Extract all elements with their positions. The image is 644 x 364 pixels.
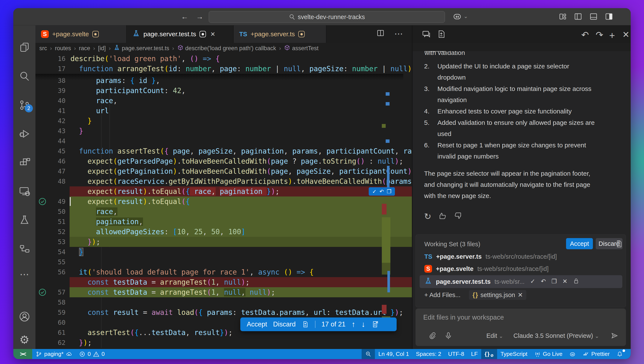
working-set-file-+page.svelte[interactable]: S+page.sveltets-web/src/routes/race/[id]	[419, 263, 622, 274]
mode-dropdown[interactable]: Edit ⌄	[486, 332, 503, 339]
new-chat-icon[interactable]: +	[609, 30, 615, 41]
thumbs-up-icon[interactable]	[438, 212, 447, 220]
testing-icon[interactable]	[13, 210, 36, 230]
copilot-status[interactable]	[566, 349, 579, 359]
breadcrumb-item[interactable]: assertTest	[284, 44, 318, 52]
search-icon[interactable]	[13, 66, 36, 87]
test-beaker-icon	[132, 30, 140, 37]
source-control-icon[interactable]: 2	[13, 95, 36, 116]
command-center-search[interactable]: svelte-dev-runner-tracks	[209, 11, 445, 23]
breadcrumb[interactable]: src›routes›race›[id]›page.server.test.ts…	[36, 43, 412, 54]
cursor-position[interactable]: Ln 49, Col 1	[375, 349, 412, 359]
model-dropdown[interactable]: Claude 3.5 Sonnet (Preview) ⌄	[513, 332, 599, 339]
remove-chip-icon[interactable]: ✕	[518, 291, 523, 298]
eol-status[interactable]: LF	[468, 349, 481, 359]
tab-label: +page.server.ts	[251, 30, 295, 38]
working-set-file-page.server.test.ts[interactable]: page.server.test.tsts-web/sr...✓↶❐✕	[419, 275, 622, 288]
close-tab-icon[interactable]: ✕	[210, 31, 215, 38]
remote-indicator[interactable]: ><	[13, 349, 32, 359]
remote-explorer-icon[interactable]	[13, 181, 36, 202]
toggle-panel-icon[interactable]	[589, 12, 598, 21]
code-line: 56 it('should load default page for race…	[36, 267, 403, 277]
chat-comment-icon[interactable]	[422, 30, 431, 40]
copilot-menu-button[interactable]: ⌄	[453, 12, 468, 21]
settings-gear-icon[interactable]: ⚙	[13, 330, 36, 350]
more-editor-actions-icon[interactable]: ⋯	[394, 29, 403, 38]
breadcrumb-item[interactable]: routes	[55, 45, 71, 52]
formatter-status[interactable]: ✓✓ Prettier	[579, 349, 613, 359]
remove-file-icon[interactable]: ✕	[562, 278, 567, 286]
attach-icon[interactable]	[428, 332, 436, 340]
back-icon[interactable]: ←	[180, 12, 189, 21]
accept-all-button[interactable]: Accept	[247, 320, 267, 328]
code-line: 55	[36, 257, 403, 267]
close-chat-icon[interactable]: ✕	[622, 30, 630, 40]
modified-indicator-icon[interactable]	[298, 31, 305, 37]
stage-file-icon[interactable]	[302, 321, 309, 328]
line-number: 51	[44, 217, 66, 227]
modified-indicator-icon[interactable]	[199, 31, 206, 37]
accept-button[interactable]: Accept	[566, 238, 593, 249]
toggle-primary-sidebar-icon[interactable]	[574, 12, 583, 21]
tab-page.server.test.ts[interactable]: page.server.test.ts✕	[127, 25, 234, 43]
encoding-status[interactable]: UTF-8	[445, 349, 468, 359]
more-actions-icon[interactable]: ⋯	[13, 264, 36, 284]
retry-icon[interactable]: ↻	[424, 212, 432, 221]
lock-file-icon[interactable]	[573, 278, 579, 286]
split-editor-icon[interactable]	[376, 29, 385, 37]
previous-change-icon[interactable]: ↑	[351, 320, 355, 329]
code-line: 17 function arrangeTest(id: number, page…	[36, 64, 403, 74]
chat-redo-icon[interactable]: ↷	[596, 30, 603, 40]
working-set-file-+page.server.ts[interactable]: TS+page.server.tsts-web/src/routes/race/…	[419, 251, 622, 262]
problems-status[interactable]: 0 0	[76, 349, 108, 359]
mic-icon[interactable]	[444, 332, 453, 340]
customize-layout-icon[interactable]	[558, 12, 567, 21]
stage-file-icon[interactable]: ❐	[551, 278, 557, 286]
notifications-bell[interactable]	[613, 349, 626, 359]
stage-all-icon[interactable]	[615, 240, 623, 248]
breadcrumb-item[interactable]: describe('load green path') callback	[177, 44, 276, 52]
next-change-icon[interactable]: ↓	[361, 320, 365, 329]
accept-change-icon[interactable]: ✓	[372, 188, 376, 194]
breadcrumb-item[interactable]: page.server.test.ts	[114, 44, 169, 52]
hierarchy-icon[interactable]	[13, 238, 36, 259]
chat-undo-icon[interactable]: ↶	[581, 30, 589, 40]
language-mode[interactable]: TypeScript	[497, 349, 531, 359]
forward-icon[interactable]: →	[195, 12, 204, 21]
modified-indicator-icon[interactable]	[92, 31, 99, 37]
braces-status-chip[interactable]: { }⊘	[481, 349, 497, 359]
toggle-secondary-sidebar-icon[interactable]	[604, 12, 613, 21]
chat-list-item: 5.Added validation to ensure only allowe…	[424, 117, 609, 140]
discard-change-icon[interactable]: ↶	[379, 188, 384, 194]
tab-+page.svelte[interactable]: S+page.svelte	[36, 25, 127, 43]
line-number: 17	[44, 64, 66, 74]
extensions-icon[interactable]	[13, 152, 36, 173]
breadcrumb-item[interactable]: [id]	[98, 45, 106, 52]
settings-json-chip[interactable]: { } settings.json ✕	[469, 290, 526, 300]
thumbs-down-icon[interactable]	[454, 212, 462, 220]
discard-file-icon[interactable]: ↶	[541, 278, 546, 286]
code-text: expect(result).toEqual({	[70, 196, 190, 206]
run-debug-icon[interactable]	[13, 124, 36, 144]
branch-status[interactable]: paging*	[32, 349, 76, 359]
send-icon[interactable]	[610, 332, 619, 340]
chat-input-box[interactable]: Edit files in your workspace Edit ⌄ Clau…	[415, 308, 626, 346]
screencast-zoom-chip[interactable]	[362, 349, 375, 359]
broadcast-icon	[534, 351, 541, 357]
accept-file-icon[interactable]: ✓	[530, 278, 535, 286]
indentation-status[interactable]: Spaces: 2	[412, 349, 445, 359]
breadcrumb-item[interactable]: race	[79, 45, 90, 52]
go-live-button[interactable]: Go Live	[531, 349, 566, 359]
chat-edits-icon[interactable]	[437, 30, 446, 40]
code-editor[interactable]: 38 params: { id },39 participantCount: 4…	[36, 54, 412, 349]
stage-change-icon[interactable]: ❐	[387, 188, 391, 194]
line-number: 57	[44, 287, 66, 297]
breadcrumb-item[interactable]: src	[39, 45, 47, 52]
code-line: 45 function assertTest({ page, pageSize,…	[36, 146, 403, 156]
discard-all-button[interactable]: Discard	[273, 320, 296, 328]
open-diff-icon[interactable]	[371, 321, 379, 328]
explorer-icon[interactable]	[13, 37, 36, 58]
add-files-button[interactable]: + Add Files...	[424, 292, 460, 298]
account-icon[interactable]	[13, 306, 36, 327]
tab-+page.server.ts[interactable]: TS+page.server.ts	[234, 25, 326, 43]
